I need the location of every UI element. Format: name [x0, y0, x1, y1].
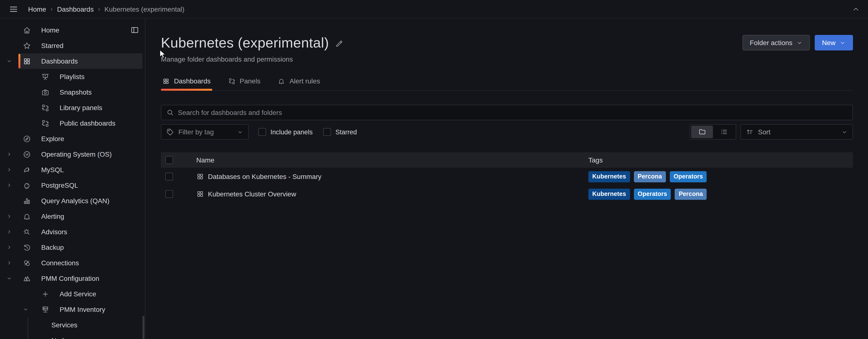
- tag-percona[interactable]: Percona: [675, 189, 707, 200]
- sidebar-item-query-analytics-qan: Query Analytics (QAN): [0, 193, 145, 208]
- sidebar-link-postgresql[interactable]: PostgreSQL: [19, 177, 143, 193]
- sidebar-item-advisors: Advisors: [0, 224, 145, 239]
- tag-kubernetes[interactable]: Kubernetes: [588, 189, 630, 200]
- edit-title-icon[interactable]: [335, 39, 343, 48]
- sidebar-item-pmm-inventory: PMM Inventory: [0, 302, 145, 317]
- starred-checkbox[interactable]: [323, 128, 331, 136]
- sidebar-link-services[interactable]: Services: [19, 317, 143, 333]
- search-bar: [161, 105, 853, 120]
- sidebar: HomeStarredDashboardsPlaylistsSnapshotsL…: [0, 19, 145, 339]
- sort-select[interactable]: Sort: [741, 124, 853, 140]
- apps-icon: [196, 173, 204, 180]
- chevron-up-icon[interactable]: [851, 5, 860, 13]
- sidebar-link-playlists[interactable]: Playlists: [19, 69, 143, 84]
- sidebar-link-home[interactable]: Home: [19, 22, 143, 38]
- chevron-down-icon[interactable]: [6, 58, 12, 64]
- chevron-right-icon[interactable]: [6, 167, 12, 173]
- filter-by-tag-select[interactable]: Filter by tag: [161, 124, 249, 140]
- tab-alert-rules[interactable]: Alert rules: [277, 76, 321, 90]
- new-button[interactable]: New: [815, 35, 853, 51]
- search-input[interactable]: [178, 109, 848, 116]
- sidebar-link-add-service[interactable]: Add Service: [19, 286, 143, 302]
- sidebar-item-explore: Explore: [0, 131, 145, 146]
- tag-percona[interactable]: Percona: [634, 171, 666, 182]
- sidebar-link-snapshots[interactable]: Snapshots: [19, 84, 143, 100]
- sidebar-item-label: Alerting: [41, 213, 64, 220]
- sidebar-link-starred[interactable]: Starred: [19, 38, 143, 53]
- chevron-right-icon[interactable]: [6, 214, 12, 219]
- chevron-right-icon[interactable]: [6, 245, 12, 250]
- sidebar-scrollbar[interactable]: [143, 316, 145, 339]
- select-all-checkbox[interactable]: [165, 156, 173, 164]
- tag-operators[interactable]: Operators: [634, 189, 671, 200]
- folder-actions-label: Folder actions: [750, 39, 793, 47]
- chevron-right-icon[interactable]: [6, 182, 12, 188]
- sidebar-link-public-dashboards[interactable]: Public dashboards: [19, 115, 143, 131]
- folder-actions-button[interactable]: Folder actions: [742, 35, 810, 51]
- breadcrumb-item[interactable]: Dashboards: [57, 5, 94, 13]
- chevron-right-icon[interactable]: [6, 151, 12, 157]
- tab-dashboards[interactable]: Dashboards: [161, 76, 212, 90]
- sidebar-link-pmm-inventory[interactable]: PMM Inventory: [19, 302, 143, 317]
- menu-icon: [9, 4, 19, 14]
- sidebar-item-snapshots: Snapshots: [0, 84, 145, 100]
- chevron-right-icon[interactable]: [6, 260, 12, 266]
- sidebar-link-advisors[interactable]: Advisors: [19, 224, 143, 239]
- sidebar-link-explore[interactable]: Explore: [19, 131, 143, 146]
- sidebar-link-nodes[interactable]: Nodes: [19, 333, 143, 339]
- sidebar-link-operating-system-os[interactable]: Operating System (OS): [19, 146, 143, 162]
- camera-icon: [41, 88, 50, 96]
- sidebar-link-pmm-configuration[interactable]: PMM Configuration: [19, 271, 143, 286]
- chevron-down-icon: [237, 129, 243, 135]
- tag-kubernetes[interactable]: Kubernetes: [588, 171, 630, 182]
- sidebar-item-nodes: Nodes: [0, 333, 145, 339]
- page-header: Kubernetes (experimental) Manage folder …: [161, 35, 853, 63]
- library-icon: [228, 77, 235, 85]
- row-checkbox[interactable]: [165, 173, 173, 180]
- row-checkbox[interactable]: [165, 190, 173, 198]
- column-header-tags[interactable]: Tags: [588, 156, 853, 164]
- chevron-right-icon: [6, 245, 12, 250]
- table-row[interactable]: Databases on Kubernetes - SummaryKuberne…: [161, 168, 853, 185]
- dock-icon[interactable]: [130, 26, 139, 34]
- page-subtitle: Manage folder dashboards and permissions: [161, 55, 343, 63]
- dashboard-link[interactable]: Kubernetes Cluster Overview: [208, 190, 296, 198]
- tab-panels[interactable]: Panels: [226, 76, 262, 90]
- sidebar-item-label: Explore: [41, 135, 64, 143]
- table-row[interactable]: Kubernetes Cluster OverviewKubernetesOpe…: [161, 185, 853, 203]
- starred-checkbox-group: Starred: [323, 128, 357, 136]
- sidebar-link-alerting[interactable]: Alerting: [19, 208, 143, 224]
- chevron-right-icon[interactable]: [6, 229, 12, 235]
- sidebar-item-mysql: MySQL: [0, 162, 145, 177]
- sidebar-link-library-panels[interactable]: Library panels: [19, 100, 143, 115]
- tag-operators[interactable]: Operators: [670, 171, 707, 182]
- chevron-down-icon[interactable]: [6, 276, 12, 281]
- chevron-right-icon: [6, 229, 12, 235]
- sidebar-link-mysql[interactable]: MySQL: [19, 162, 143, 177]
- column-header-name[interactable]: Name: [196, 156, 588, 164]
- sidebar-item-library-panels: Library panels: [0, 100, 145, 115]
- sidebar-link-connections[interactable]: Connections: [19, 255, 143, 271]
- main-content: Kubernetes (experimental) Manage folder …: [145, 19, 868, 339]
- sidebar-item-label: Backup: [41, 244, 64, 251]
- sidebar-item-home: Home: [0, 22, 145, 38]
- dashboard-link[interactable]: Databases on Kubernetes - Summary: [208, 173, 321, 180]
- list-icon: [720, 128, 728, 136]
- breadcrumb-item[interactable]: Home: [28, 5, 46, 13]
- list-icon: [720, 128, 728, 136]
- list-view-button[interactable]: [713, 125, 735, 138]
- sidebar-item-label: Add Service: [60, 290, 96, 298]
- sidebar-link-backup[interactable]: Backup: [19, 239, 143, 255]
- sidebar-item-label: PMM Configuration: [41, 275, 99, 282]
- bar-chart-icon: [23, 197, 31, 205]
- sidebar-link-dashboards[interactable]: Dashboards: [19, 53, 143, 69]
- folder-view-button[interactable]: [691, 125, 713, 138]
- include-panels-checkbox[interactable]: [258, 128, 266, 136]
- search-icon: [166, 109, 174, 116]
- menu-icon[interactable]: [9, 4, 19, 14]
- sidebar-link-query-analytics-qan[interactable]: Query Analytics (QAN): [19, 193, 143, 208]
- library-icon: [41, 104, 50, 112]
- mysql-icon: [23, 166, 31, 174]
- star-icon: [23, 41, 31, 50]
- sidebar-item-public-dashboards: Public dashboards: [0, 115, 145, 131]
